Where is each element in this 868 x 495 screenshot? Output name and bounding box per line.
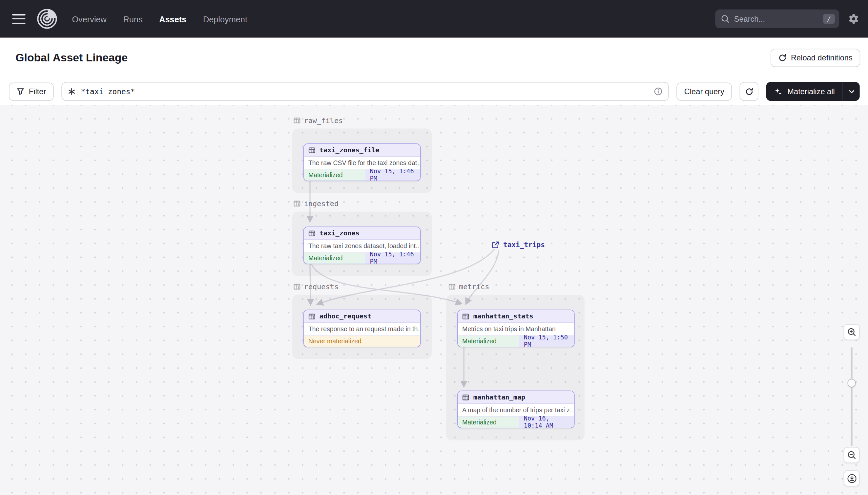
chevron-down-icon xyxy=(848,88,854,95)
asset-status-row: Materialized Nov 15, 1:46 PM xyxy=(304,252,420,263)
asset-node-header: manhattan_stats xyxy=(458,310,574,323)
table-icon xyxy=(308,147,316,154)
asset-node-adhoc-request[interactable]: adhoc_request The response to an request… xyxy=(303,309,421,347)
asset-description: The raw taxi zones dataset, loaded int… xyxy=(304,240,420,252)
group-label-raw-files: raw_files xyxy=(293,116,343,124)
refresh-button[interactable] xyxy=(740,82,758,101)
nav-item-assets[interactable]: Assets xyxy=(159,14,186,24)
search-input[interactable] xyxy=(734,14,819,23)
asset-node-taxi-zones[interactable]: taxi_zones The raw taxi zones dataset, l… xyxy=(303,226,421,264)
materialization-timestamp: Nov 15, 1:46 PM xyxy=(366,169,420,181)
materialization-timestamp: Nov 15, 1:46 PM xyxy=(366,253,420,264)
zoom-in-button[interactable] xyxy=(844,324,860,340)
asset-group-icon xyxy=(293,200,300,207)
table-icon xyxy=(462,394,470,401)
materialize-all-dropdown[interactable] xyxy=(843,82,860,101)
lineage-edges xyxy=(0,105,868,495)
table-icon xyxy=(308,229,316,237)
asset-node-manhattan-stats[interactable]: manhattan_stats Metrics on taxi trips in… xyxy=(457,309,575,347)
external-asset-taxi-trips[interactable]: taxi_trips xyxy=(492,240,545,249)
asset-node-header: taxi_zones xyxy=(304,227,420,240)
materialize-sparkle-icon xyxy=(774,87,782,96)
asset-node-header: taxi_zones_file xyxy=(304,144,420,157)
status-badge: Never materialized xyxy=(304,336,420,347)
op-selector-icon xyxy=(68,87,76,96)
external-link-icon xyxy=(492,241,500,249)
asset-group-icon xyxy=(293,283,300,290)
nav-item-overview[interactable]: Overview xyxy=(72,14,106,24)
asset-status-row: Materialized Nov 16, 10:14 AM xyxy=(458,416,574,427)
asset-status-row: Never materialized xyxy=(304,335,420,347)
asset-description: A map of the number of trips per taxi z… xyxy=(458,404,574,416)
status-badge: Materialized xyxy=(458,336,520,347)
download-icon xyxy=(847,473,856,483)
settings-gear-icon[interactable] xyxy=(848,14,859,24)
asset-group-icon xyxy=(293,117,300,124)
table-icon xyxy=(462,313,470,320)
asset-name: taxi_trips xyxy=(503,240,545,249)
app-window: Overview Runs Assets Deployment / Global… xyxy=(0,0,868,495)
asset-name: manhattan_map xyxy=(473,393,525,401)
zoom-out-button[interactable] xyxy=(844,447,860,463)
group-label-ingested: ingested xyxy=(293,200,339,208)
asset-node-taxi-zones-file[interactable]: taxi_zones_file The raw CSV file for the… xyxy=(303,143,421,181)
materialize-all-button[interactable]: Materialize all xyxy=(766,82,843,101)
nav-item-deployment[interactable]: Deployment xyxy=(203,14,247,24)
materialize-all-label: Materialize all xyxy=(787,87,835,96)
primary-nav: Overview Runs Assets Deployment xyxy=(72,14,247,24)
zoom-slider-track[interactable] xyxy=(851,347,853,446)
group-label-metrics: metrics xyxy=(448,283,490,291)
asset-name: manhattan_stats xyxy=(473,312,533,320)
dagster-logo-icon xyxy=(36,8,57,29)
asset-status-row: Materialized Nov 15, 1:50 PM xyxy=(458,335,574,347)
asset-node-header: adhoc_request xyxy=(304,310,420,323)
lineage-toolbar: Filter Clear query Materialize all xyxy=(0,78,868,105)
search-icon xyxy=(721,14,730,23)
asset-description: The raw CSV file for the taxi zones dat… xyxy=(304,157,420,169)
refresh-icon xyxy=(745,87,753,96)
asset-description: Metrics on taxi trips in Manhattan xyxy=(458,323,574,335)
table-icon xyxy=(308,313,316,320)
zoom-slider-thumb[interactable] xyxy=(848,379,856,387)
status-badge: Materialized xyxy=(304,169,366,181)
clear-query-button[interactable]: Clear query xyxy=(676,82,732,101)
filter-button[interactable]: Filter xyxy=(9,82,54,101)
group-label-requests: requests xyxy=(293,283,339,291)
asset-group-icon xyxy=(448,283,456,290)
filter-label: Filter xyxy=(29,87,46,96)
clear-query-label: Clear query xyxy=(684,87,724,96)
download-view-button[interactable] xyxy=(844,471,860,487)
lineage-canvas[interactable]: raw_files ingested requests metrics taxi… xyxy=(0,105,868,495)
query-info-icon[interactable] xyxy=(654,87,663,96)
asset-node-header: manhattan_map xyxy=(458,391,574,404)
zoom-in-icon xyxy=(847,327,856,337)
asset-node-manhattan-map[interactable]: manhattan_map A map of the number of tri… xyxy=(457,391,575,428)
global-search[interactable]: / xyxy=(715,10,839,28)
asset-selection-query[interactable] xyxy=(62,82,669,101)
zoom-out-icon xyxy=(847,450,856,460)
query-input[interactable] xyxy=(81,87,649,96)
filter-funnel-icon xyxy=(17,88,24,96)
reload-definitions-label: Reload definitions xyxy=(791,53,853,62)
top-navbar: Overview Runs Assets Deployment / xyxy=(0,0,868,38)
asset-description: The response to an request made in th… xyxy=(304,323,420,335)
status-badge: Materialized xyxy=(458,416,520,428)
asset-name: taxi_zones_file xyxy=(320,147,379,154)
hamburger-menu-icon[interactable] xyxy=(12,14,25,24)
materialization-timestamp: Nov 15, 1:50 PM xyxy=(519,336,574,347)
page-title: Global Asset Lineage xyxy=(15,51,128,64)
dagster-logo[interactable] xyxy=(36,8,57,29)
asset-name: adhoc_request xyxy=(320,312,371,320)
materialize-all-button-group: Materialize all xyxy=(766,82,860,101)
search-shortcut-badge: / xyxy=(823,14,835,24)
materialization-timestamp: Nov 16, 10:14 AM xyxy=(519,416,574,428)
status-badge: Materialized xyxy=(304,253,366,264)
reload-definitions-button[interactable]: Reload definitions xyxy=(770,49,860,67)
nav-item-runs[interactable]: Runs xyxy=(123,14,142,24)
asset-name: taxi_zones xyxy=(320,229,359,237)
page-header: Global Asset Lineage Reload definitions xyxy=(0,38,868,78)
reload-icon xyxy=(778,53,786,62)
asset-status-row: Materialized Nov 15, 1:46 PM xyxy=(304,169,420,181)
